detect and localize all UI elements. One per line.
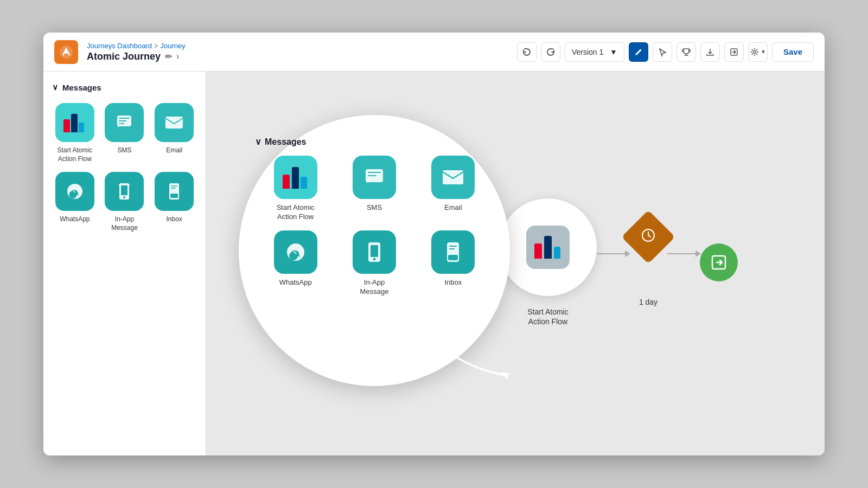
sidebar-item-start-atomic[interactable]: Start AtomicAction Flow [52,101,98,165]
zoom-sms-label: SMS [367,203,382,213]
journey-chevron-icon: › [176,52,179,61]
settings-button[interactable]: ▼ [748,42,768,62]
email-label: Email [166,146,182,155]
inbox-icon-wrap [155,172,194,211]
zoom-messages-header: ∨ Messages [255,137,494,147]
node-exit[interactable] [700,243,738,281]
zoom-grid: Start AtomicAction Flow SMS [255,156,494,297]
trophy-button[interactable] [676,42,696,62]
breadcrumb-dashboard[interactable]: Journeys Dashboard [87,42,152,50]
svg-point-3 [754,50,756,53]
svg-rect-5 [165,117,183,129]
version-dropdown-icon: ▼ [610,48,617,56]
svg-rect-25 [448,255,458,260]
sms-icon [114,112,135,133]
zoom-inapp-icon [353,230,396,274]
connector-3 [667,253,700,254]
sidebar-item-whatsapp[interactable]: WhatsApp [52,170,98,234]
svg-rect-22 [371,245,378,257]
version-label: Version 1 [572,48,603,56]
svg-rect-8 [121,185,127,195]
whatsapp-icon [63,180,86,203]
svg-point-23 [373,258,375,260]
zoom-sms-icon [353,156,396,199]
zoom-inbox-icon [431,230,475,274]
sidebar-grid: Start AtomicAction Flow SMS [52,101,197,234]
zoom-inapp-label: In-AppMessage [360,278,389,297]
inapp-icon-wrap [105,172,144,211]
import-button[interactable] [724,42,744,62]
zoom-item-sms[interactable]: SMS [339,156,409,222]
zoom-email-label: Email [444,203,462,213]
journey-title-row: Atomic Journey ✏ › [87,51,186,62]
undo-button[interactable] [517,42,537,62]
header: Journeys Dashboard > Journey Atomic Jour… [43,33,825,72]
zoom-inbox-label: Inbox [444,278,462,287]
start-atomic-icon-wrap [55,103,94,142]
sidebar-item-inbox[interactable]: Inbox [151,170,197,234]
sidebar-item-inapp[interactable]: In-AppMessage [102,170,148,234]
node-timer[interactable]: 1 day [629,218,667,307]
email-icon-wrap [155,103,194,142]
zoom-start-atomic-label: Start AtomicAction Flow [277,203,315,222]
save-button[interactable]: Save [772,42,814,62]
sidebar-item-email[interactable]: Email [151,101,197,165]
zoom-whatsapp-label: WhatsApp [279,278,312,287]
zoom-start-atomic-icon [274,156,317,199]
timer-icon [641,228,656,246]
journey-name: Atomic Journey [87,51,161,62]
zoom-item-inapp[interactable]: In-AppMessage [339,230,409,297]
messages-label: Messages [62,83,101,92]
svg-rect-11 [170,194,178,198]
start-atomic-circle [499,198,597,296]
messages-section-header[interactable]: ∨ Messages [52,82,197,92]
svg-point-1 [65,50,68,54]
export-button[interactable] [700,42,720,62]
inbox-label: Inbox [166,215,182,224]
main-area: ∨ Messages Start AtomicAction Flow [43,72,825,455]
breadcrumb-journey[interactable]: Journey [161,42,186,50]
sidebar-item-sms[interactable]: SMS [102,101,148,165]
edit-mode-button[interactable] [629,42,648,62]
zoom-arrow [407,321,526,408]
whatsapp-label: WhatsApp [60,215,90,224]
messages-chevron: ∨ [52,82,58,92]
zoom-item-whatsapp[interactable]: WhatsApp [260,230,330,297]
zoom-item-start-atomic[interactable]: Start AtomicAction Flow [260,156,330,222]
version-select[interactable]: Version 1 ▼ [565,42,624,62]
zoom-item-inbox[interactable]: Inbox [418,230,488,297]
zoom-whatsapp-icon [274,230,317,274]
header-title: Journeys Dashboard > Journey Atomic Jour… [87,42,186,62]
inapp-icon [113,181,135,202]
node-start-atomic[interactable]: Start AtomicAction Flow [499,198,597,326]
breadcrumb: Journeys Dashboard > Journey [87,42,186,50]
pointer-button[interactable] [653,42,672,62]
edit-journey-icon[interactable]: ✏ [165,52,172,62]
zoom-panel: ∨ Messages Start AtomicAction F [239,115,510,386]
whatsapp-icon-wrap [55,172,94,211]
exit-circle [700,243,738,281]
start-atomic-label: Start AtomicAction Flow [57,146,92,163]
svg-marker-26 [500,372,509,380]
zoom-item-email[interactable]: Email [418,156,488,222]
app-window: Journeys Dashboard > Journey Atomic Jour… [43,33,825,455]
sf-icon [63,113,86,132]
timer-label: 1 day [639,297,658,307]
sms-label: SMS [117,146,131,155]
start-atomic-node-icon [526,226,570,269]
canvas: Data Extension [206,72,825,455]
sms-icon-wrap [105,103,144,142]
email-icon [163,112,186,133]
header-controls: Version 1 ▼ [517,42,814,62]
connector-2 [597,253,629,254]
app-logo [54,40,78,64]
redo-button[interactable] [541,42,560,62]
inapp-label: In-AppMessage [111,215,138,232]
zoom-messages-label: Messages [265,137,307,147]
svg-rect-19 [443,170,463,184]
start-atomic-node-label: Start AtomicAction Flow [527,307,568,326]
inbox-icon [163,181,185,202]
zoom-email-icon [431,156,475,199]
breadcrumb-sep1: > [154,42,158,50]
svg-point-9 [123,196,125,198]
